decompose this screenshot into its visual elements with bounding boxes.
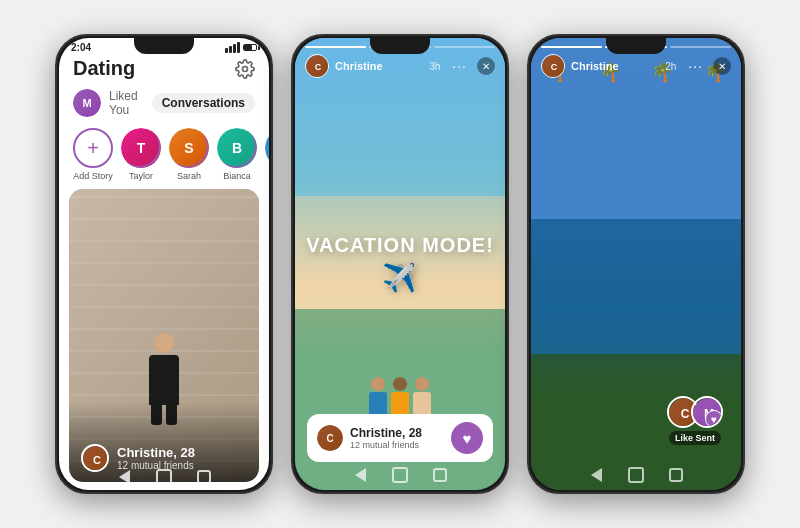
story-avatar-sarah: S bbox=[169, 128, 209, 168]
story-label-sarah: Sarah bbox=[177, 171, 201, 181]
phone-3-nav bbox=[531, 466, 741, 484]
story-avatar-bianca: B bbox=[217, 128, 257, 168]
story-close-3[interactable]: ✕ bbox=[713, 57, 731, 75]
story-bianca[interactable]: B Bianca bbox=[217, 128, 257, 181]
gear-icon[interactable] bbox=[235, 59, 255, 79]
phone-1-nav bbox=[115, 468, 213, 486]
story-avatar-sp: M bbox=[265, 128, 269, 168]
story-label-taylor: Taylor bbox=[129, 171, 153, 181]
airplane-emoji: ✈️ bbox=[306, 261, 494, 294]
nav-back-1[interactable] bbox=[115, 468, 133, 486]
user-avatar-tab: M bbox=[73, 89, 101, 117]
like-sent-badge: C M ♥ Like Sent bbox=[667, 396, 723, 445]
nav-back-3[interactable] bbox=[587, 466, 605, 484]
footer-text-2: Christine, 28 12 mutual friends bbox=[350, 426, 422, 450]
svg-point-0 bbox=[243, 66, 248, 71]
story-add[interactable]: + Add Story bbox=[73, 128, 113, 181]
add-story-button[interactable]: + bbox=[73, 128, 113, 168]
progress-bar-3 bbox=[434, 46, 495, 48]
story-label-bianca: Bianca bbox=[223, 171, 251, 181]
story-footer-2: C Christine, 28 12 mutual friends ♥ bbox=[295, 414, 505, 462]
footer-profile-2: C Christine, 28 12 mutual friends bbox=[317, 425, 422, 451]
status-icons-1 bbox=[225, 42, 257, 53]
tab-liked[interactable]: Liked You bbox=[109, 86, 144, 120]
phone-3: 🌴 🌴 🌴 🌴 bbox=[527, 34, 745, 494]
person-head bbox=[154, 333, 174, 353]
phone-3-screen: 🌴 🌴 🌴 🌴 bbox=[531, 38, 741, 490]
tabs-row: M Liked You Conversations bbox=[59, 86, 269, 128]
nav-recent-1[interactable] bbox=[195, 468, 213, 486]
story-menu-2[interactable]: ··· bbox=[452, 58, 467, 74]
wifi-icon bbox=[225, 42, 240, 53]
heart-button-2[interactable]: ♥ bbox=[451, 422, 483, 454]
like-sent-text: Like Sent bbox=[669, 431, 721, 445]
story-time-3: 2h bbox=[665, 61, 676, 72]
status-time-1: 2:04 bbox=[71, 42, 91, 53]
dating-header: Dating bbox=[59, 55, 269, 86]
story-text-2: VACATION MODE! ✈️ bbox=[306, 234, 494, 294]
nav-recent-3[interactable] bbox=[667, 466, 685, 484]
tab-conversations[interactable]: Conversations bbox=[152, 93, 255, 113]
story-meta-3: C Christine 2h ··· ✕ bbox=[541, 54, 731, 78]
story-screen-3: 🌴 🌴 🌴 🌴 bbox=[531, 38, 741, 490]
phone-2-notch bbox=[370, 36, 430, 54]
story-taylor[interactable]: T Taylor bbox=[121, 128, 161, 181]
battery-icon-1 bbox=[243, 44, 257, 51]
story-close-2[interactable]: ✕ bbox=[477, 57, 495, 75]
story-avatar-inline-2: C bbox=[305, 54, 329, 78]
story-menu-3[interactable]: ··· bbox=[688, 58, 703, 74]
progress-3-bar-1 bbox=[541, 46, 602, 48]
stories-row: + Add Story T Taylor S Sarah B bbox=[59, 128, 269, 189]
story-add-label: Add Story bbox=[73, 171, 113, 181]
profile-name-1: Christine, 28 bbox=[117, 445, 247, 460]
like-avatar-2: M ♥ bbox=[691, 396, 723, 428]
nav-recent-2[interactable] bbox=[431, 466, 449, 484]
dating-title: Dating bbox=[73, 57, 135, 80]
phone-2: C Christine 3h ··· ✕ VACATION MODE! ✈️ bbox=[291, 34, 509, 494]
phone-1-notch bbox=[134, 36, 194, 54]
like-avatars-group: C M ♥ bbox=[667, 396, 723, 428]
story-username-3: Christine bbox=[571, 60, 659, 72]
phone-2-screen: C Christine 3h ··· ✕ VACATION MODE! ✈️ bbox=[295, 38, 505, 490]
footer-mutual-2: 12 mutual friends bbox=[350, 440, 422, 450]
progress-bar-1 bbox=[305, 46, 366, 48]
profile-card[interactable]: C Christine, 28 12 mutual friends bbox=[69, 189, 259, 482]
story-avatar-taylor: T bbox=[121, 128, 161, 168]
story-avatar-inline-3: C bbox=[541, 54, 565, 78]
progress-3-bar-3 bbox=[670, 46, 731, 48]
phone-1-screen: 2:04 Dating bbox=[59, 38, 269, 490]
story-sp[interactable]: M Sp... bbox=[265, 128, 269, 181]
footer-avatar-2: C bbox=[317, 425, 343, 451]
phone-1: 2:04 Dating bbox=[55, 34, 273, 494]
phone-3-notch bbox=[606, 36, 666, 54]
story-meta-2: C Christine 3h ··· ✕ bbox=[305, 54, 495, 78]
nav-home-3[interactable] bbox=[627, 466, 645, 484]
story-time-2: 3h bbox=[429, 61, 440, 72]
nav-back-2[interactable] bbox=[351, 466, 369, 484]
heart-big-icon: ♥ bbox=[705, 410, 723, 428]
nav-home-1[interactable] bbox=[155, 468, 173, 486]
footer-name-2: Christine, 28 bbox=[350, 426, 422, 440]
person-body bbox=[149, 355, 179, 405]
nav-home-2[interactable] bbox=[391, 466, 409, 484]
story-username-2: Christine bbox=[335, 60, 423, 72]
story-screen-2: C Christine 3h ··· ✕ VACATION MODE! ✈️ bbox=[295, 38, 505, 490]
story-sarah[interactable]: S Sarah bbox=[169, 128, 209, 181]
profile-avatar-small: C bbox=[81, 444, 109, 472]
phone-2-nav bbox=[295, 466, 505, 484]
story-footer-inner-2: C Christine, 28 12 mutual friends ♥ bbox=[307, 414, 493, 462]
